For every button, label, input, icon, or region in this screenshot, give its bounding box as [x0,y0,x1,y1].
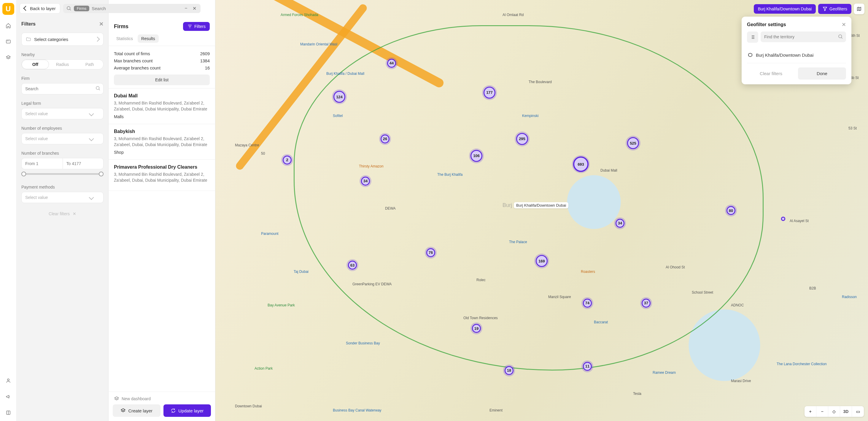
map-cluster[interactable]: 525 [627,137,639,149]
stat-label: Average branches count [114,66,160,71]
map-cluster[interactable]: 34 [361,177,370,186]
chevron-down-icon [89,136,94,141]
close-filters-icon[interactable]: ✕ [99,21,103,27]
map-cluster[interactable]: 124 [334,91,345,103]
app-logo[interactable]: U [2,3,14,15]
map-cluster[interactable]: 2 [283,156,291,165]
map-cluster[interactable]: 19 [472,324,481,333]
layers-icon[interactable] [3,52,13,63]
payment-label: Payment methods [21,185,103,190]
search-chip[interactable]: Firms [74,6,90,11]
three-d-button[interactable]: 3D [840,406,852,417]
firm-address: 3, Mohammed Bin Rashid Boulevard, Za'abe… [114,172,210,183]
map-cluster[interactable]: 44 [387,59,396,68]
firm-list[interactable]: Dubai Mall3, Mohammed Bin Rashid Bouleva… [108,88,215,392]
megaphone-icon[interactable] [3,391,13,402]
map-cluster[interactable]: 11 [583,362,592,371]
map-style-button[interactable] [854,4,864,14]
results-title: Firms [114,24,128,30]
home-icon[interactable] [3,20,13,31]
tab-statistics[interactable]: Statistics [113,34,136,43]
map-boundary [294,25,764,370]
map-cluster[interactable]: 169 [536,255,548,267]
map-cluster[interactable]: 80 [726,206,735,215]
stats-block: Total count of firms2609Max branches cou… [108,46,215,88]
close-geofilter-icon[interactable]: ✕ [842,21,846,28]
map-cluster[interactable]: 693 [573,157,589,172]
topbar: Back to layer Firms − ✕ [17,0,204,17]
map-poi-label: 50 [261,151,265,156]
create-layer-button[interactable]: Create layer [113,404,160,417]
geofilters-button[interactable]: Geofilters [818,4,851,14]
new-dashboard-row[interactable]: New dashboard [113,395,211,404]
map-cluster[interactable]: 26 [381,135,390,143]
employees-label: Number of employees [21,126,103,131]
ruler-button[interactable]: ▭ [852,406,864,417]
card-icon[interactable] [3,36,13,47]
map-poi-label: Burj Khalifa / Dubai Mall [326,72,364,76]
nearby-off[interactable]: Off [22,60,49,69]
branches-from-input[interactable] [21,158,63,169]
open-filters-button[interactable]: Filters [183,22,210,31]
zoom-in-button[interactable]: + [805,406,816,417]
tab-results[interactable]: Results [137,34,159,43]
results-footer: New dashboard Create layer Update layer [108,392,215,421]
user-icon[interactable] [3,375,13,386]
search-bar[interactable]: Firms − ✕ [63,4,200,13]
map-cluster[interactable]: 76 [426,248,435,257]
map-cluster[interactable] [781,217,785,221]
nearby-radius[interactable]: Radius [49,60,76,69]
geofilter-search-input[interactable] [761,31,846,42]
map-cluster[interactable]: 37 [642,299,651,308]
map-cluster[interactable]: 74 [583,299,592,308]
folder-icon [26,36,31,42]
edit-list-button[interactable]: Edit list [114,75,210,85]
close-icon[interactable]: ✕ [191,6,197,11]
map-cluster[interactable]: 177 [484,87,495,99]
select-categories-button[interactable]: Select categories [21,33,103,46]
filters-btn-label: Filters [194,24,206,29]
firm-search-input[interactable] [21,83,103,94]
geofilter-panel: Geofilter settings ✕ B [742,17,851,84]
firm-item[interactable]: Dubai Mall3, Mohammed Bin Rashid Bouleva… [108,88,215,124]
legal-form-select[interactable]: Select value [21,108,103,119]
geofilter-clear-button[interactable]: Clear filters [747,67,795,80]
map-cluster[interactable]: 34 [616,219,624,228]
map-cluster[interactable]: 18 [505,366,514,375]
geofilter-done-button[interactable]: Done [798,67,846,80]
book-icon[interactable] [3,408,13,418]
map-cluster[interactable]: 106 [470,150,483,162]
nearby-path[interactable]: Path [76,60,103,69]
branches-to-input[interactable] [63,158,104,169]
minimize-icon[interactable]: − [183,6,189,11]
location-pill[interactable]: Burj Khalifa/Downtown Dubai [754,4,816,13]
map-poi-label: 53 St [848,126,857,130]
employees-select[interactable]: Select value [21,133,103,144]
zoom-out-button[interactable]: − [816,406,828,417]
firm-name: Babykish [114,129,210,134]
update-layer-button[interactable]: Update layer [163,404,211,417]
svg-rect-0 [6,40,10,43]
firm-item[interactable]: Primavera Professional Dry Cleaners3, Mo… [108,160,215,191]
geofilter-list-button[interactable] [747,31,758,43]
compass-button[interactable]: ◇ [828,406,840,417]
map-canvas[interactable]: Burj Burj Khalifa/Downtown Dubai Armed F… [215,0,868,421]
map-poi-label: Dubai Mall [600,168,617,172]
map-poi-label: Business Bay Canal Waterway [333,408,381,412]
chevron-down-icon [89,111,94,116]
geofilter-item[interactable]: Burj Khalifa/Downtown Dubai [747,47,846,63]
map-cluster[interactable]: 63 [348,261,357,270]
branches-slider[interactable] [21,171,103,177]
map-poi-label: Taj Dubai [294,270,309,274]
left-rail: U [0,0,17,421]
map-cluster[interactable]: 295 [516,133,528,145]
create-layer-label: Create layer [128,408,153,413]
nearby-label: Nearby [21,52,103,57]
payment-select[interactable]: Select value [21,192,103,203]
nearby-segmented[interactable]: Off Radius Path [21,59,103,69]
firm-item[interactable]: Babykish3, Mohammed Bin Rashid Boulevard… [108,124,215,160]
search-input[interactable] [92,6,180,11]
svg-point-1 [7,379,9,381]
back-to-layer-button[interactable]: Back to layer [20,3,60,13]
clear-filters-button[interactable]: Clear filters ✕ [21,208,103,217]
